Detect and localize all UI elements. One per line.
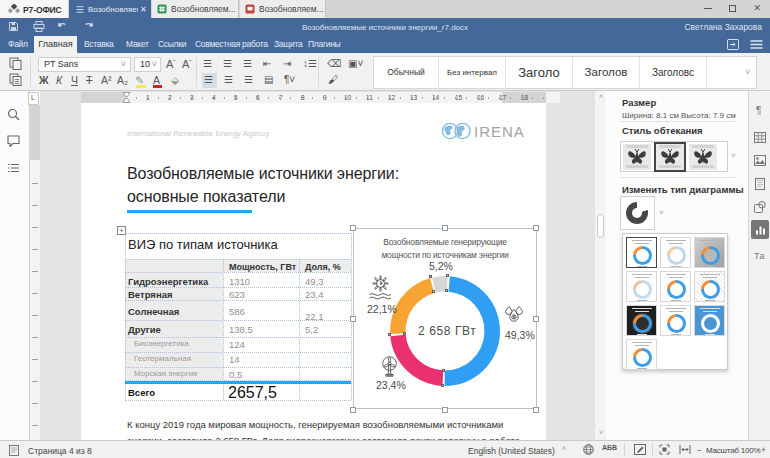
svg-text:IRENA: IRENA: [474, 123, 525, 140]
